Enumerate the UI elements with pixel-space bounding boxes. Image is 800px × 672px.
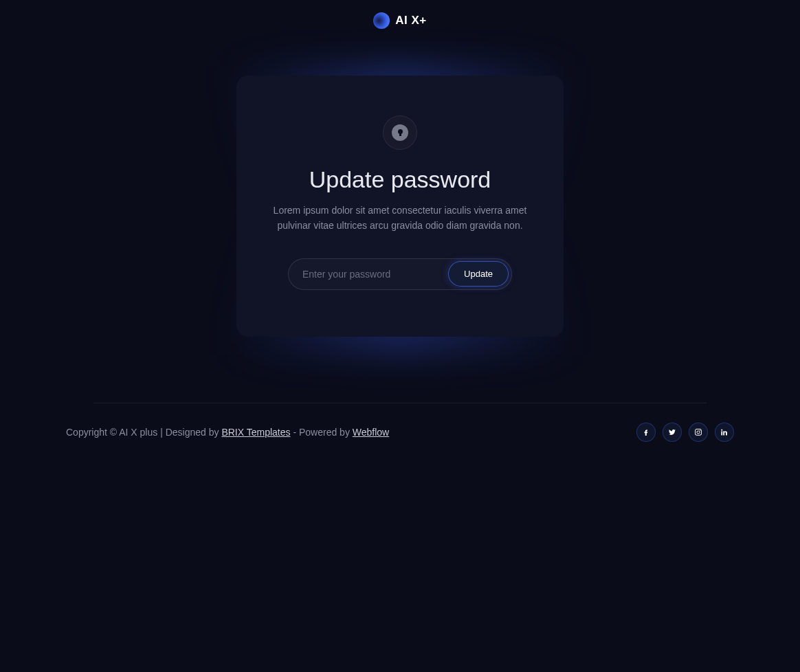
lock-icon-wrapper <box>383 115 417 150</box>
footer: Copyright © AI X plus | Designed by BRIX… <box>66 403 734 461</box>
instagram-icon[interactable] <box>689 423 708 442</box>
logo-text: AI X+ <box>395 14 427 27</box>
footer-copyright: Copyright © AI X plus | Designed by BRIX… <box>66 427 389 438</box>
designer-link[interactable]: BRIX Templates <box>221 427 290 438</box>
keyhole-icon <box>392 124 408 141</box>
powered-by-prefix: - Powered by <box>291 427 353 438</box>
facebook-icon[interactable] <box>636 423 656 442</box>
linkedin-icon[interactable] <box>715 423 734 442</box>
card-description: Lorem ipsum dolor sit amet consectetur i… <box>269 203 531 234</box>
password-input-wrapper: Update <box>288 258 512 290</box>
card-title: Update password <box>309 166 491 193</box>
twitter-icon[interactable] <box>663 423 682 442</box>
header: AI X+ <box>0 0 800 41</box>
social-icons <box>636 423 734 442</box>
logo-icon <box>373 12 390 29</box>
update-password-card: Update password Lorem ipsum dolor sit am… <box>236 76 564 337</box>
main-content: Update password Lorem ipsum dolor sit am… <box>0 41 800 337</box>
powered-by-link[interactable]: Webflow <box>353 427 389 438</box>
update-button[interactable]: Update <box>448 261 509 287</box>
footer-section: Copyright © AI X plus | Designed by BRIX… <box>0 403 800 461</box>
copyright-prefix: Copyright © AI X plus | Designed by <box>66 427 221 438</box>
password-input[interactable] <box>302 269 443 280</box>
